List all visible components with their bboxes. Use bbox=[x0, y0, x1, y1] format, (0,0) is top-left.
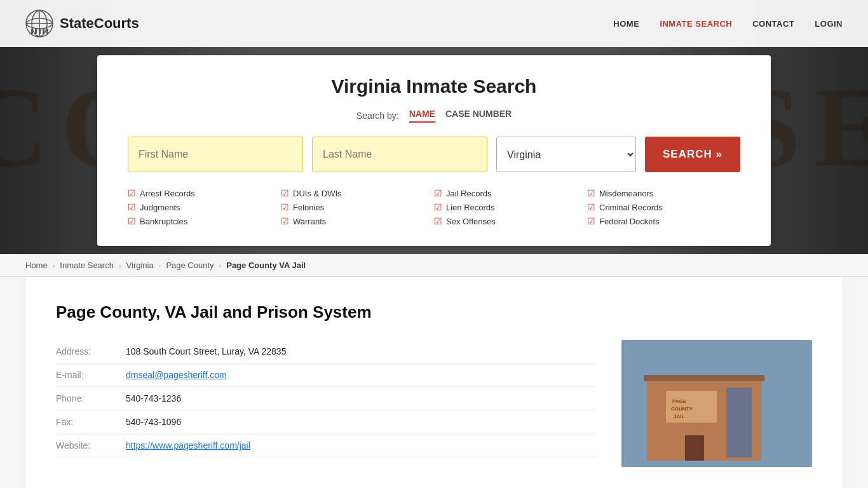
svg-rect-8 bbox=[43, 29, 44, 34]
svg-rect-19 bbox=[644, 375, 764, 381]
check-icon: ☑ bbox=[281, 216, 289, 226]
info-link[interactable]: https://www.pagesheriff.com/jail bbox=[126, 440, 250, 451]
jail-building-svg: PAGE COUNTY JAIL bbox=[621, 340, 812, 467]
feature-item: ☑Bankruptcies bbox=[128, 214, 281, 228]
nav-item-inmate-search[interactable]: INMATE SEARCH bbox=[660, 18, 732, 29]
feature-label: Bankruptcies bbox=[140, 217, 187, 226]
feature-item: ☑Misdemeanors bbox=[587, 186, 740, 200]
feature-item: ☑Sex Offenses bbox=[434, 214, 587, 228]
feature-label: Lien Records bbox=[446, 203, 495, 212]
nav-item-home[interactable]: HOME bbox=[613, 18, 639, 29]
svg-rect-18 bbox=[685, 435, 704, 461]
feature-item: ☑Criminal Records bbox=[587, 200, 740, 214]
nav-link-inmate-search[interactable]: INMATE SEARCH bbox=[660, 19, 732, 29]
breadcrumb: Home›Inmate Search›Virginia›Page County›… bbox=[0, 254, 868, 277]
tab-name[interactable]: NAME bbox=[409, 109, 435, 123]
logo-text: StateCourts bbox=[60, 15, 139, 32]
breadcrumb-separator: › bbox=[53, 262, 55, 269]
feature-item: ☑Lien Records bbox=[434, 200, 587, 214]
nav-link-contact[interactable]: CONTACT bbox=[752, 19, 794, 29]
search-by-row: Search by: NAME CASE NUMBER bbox=[128, 109, 740, 123]
info-label: Address: bbox=[56, 346, 113, 356]
info-label: Phone: bbox=[56, 393, 113, 403]
check-icon: ☑ bbox=[434, 216, 442, 226]
feature-label: DUIs & DWIs bbox=[293, 189, 342, 198]
logo-icon bbox=[25, 10, 53, 37]
search-button[interactable]: SEARCH » bbox=[645, 137, 740, 172]
content-area: Page County, VA Jail and Prison System A… bbox=[0, 277, 868, 488]
features-grid: ☑Arrest Records☑Judgments☑Bankruptcies☑D… bbox=[128, 186, 740, 228]
feature-label: Judgments bbox=[140, 203, 180, 212]
breadcrumb-link[interactable]: Home bbox=[25, 261, 48, 270]
check-icon: ☑ bbox=[434, 202, 442, 212]
nav-item-login[interactable]: LOGIN bbox=[815, 18, 843, 29]
info-row: Phone:540-743-1236 bbox=[56, 387, 596, 410]
svg-text:PAGE: PAGE bbox=[672, 398, 687, 404]
info-link[interactable]: dmseal@pagesheriff.com bbox=[126, 370, 227, 380]
last-name-input[interactable] bbox=[312, 137, 487, 172]
check-icon: ☑ bbox=[587, 216, 595, 226]
feature-item: ☑Federal Dockets bbox=[587, 214, 740, 228]
check-icon: ☑ bbox=[281, 202, 289, 212]
svg-rect-17 bbox=[726, 388, 752, 458]
search-card-title: Virginia Inmate Search bbox=[128, 76, 740, 97]
svg-rect-6 bbox=[35, 29, 37, 34]
check-icon: ☑ bbox=[128, 216, 136, 226]
info-row: E-mail:dmseal@pagesheriff.com bbox=[56, 363, 596, 387]
content-right: PAGE COUNTY JAIL bbox=[621, 340, 812, 467]
nav-link-login[interactable]: LOGIN bbox=[815, 19, 843, 29]
tab-case-number[interactable]: CASE NUMBER bbox=[445, 109, 512, 123]
info-label: Website: bbox=[56, 440, 113, 451]
breadcrumb-link[interactable]: Inmate Search bbox=[60, 261, 114, 270]
feature-item: ☑DUIs & DWIs bbox=[281, 186, 434, 200]
info-label: E-mail: bbox=[56, 370, 113, 380]
feature-label: Warrants bbox=[293, 217, 326, 226]
feature-label: Misdemeanors bbox=[599, 189, 653, 198]
feature-item: ☑Arrest Records bbox=[128, 186, 281, 200]
feature-label: Criminal Records bbox=[599, 203, 663, 212]
feature-item: ☑Warrants bbox=[281, 214, 434, 228]
svg-text:JAIL: JAIL bbox=[674, 414, 684, 419]
check-icon: ☑ bbox=[128, 202, 136, 212]
logo[interactable]: StateCourts bbox=[25, 10, 139, 37]
first-name-input[interactable] bbox=[128, 137, 303, 172]
breadcrumb-separator: › bbox=[119, 262, 121, 269]
svg-text:COUNTY: COUNTY bbox=[671, 406, 693, 412]
feature-label: Arrest Records bbox=[140, 189, 195, 198]
info-value: 540-743-1096 bbox=[126, 417, 181, 427]
nav-item-contact[interactable]: CONTACT bbox=[752, 18, 794, 29]
main-nav: HOME INMATE SEARCH CONTACT LOGIN bbox=[613, 18, 843, 29]
svg-rect-7 bbox=[39, 29, 41, 34]
svg-rect-9 bbox=[46, 29, 48, 34]
info-label: Fax: bbox=[56, 417, 113, 427]
info-row: Website:https://www.pagesheriff.com/jail bbox=[56, 434, 596, 458]
state-select[interactable]: Virginia Alabama Alaska Arizona Californ… bbox=[496, 137, 636, 172]
content-layout: Address:108 South Court Street, Luray, V… bbox=[56, 340, 812, 467]
check-icon: ☑ bbox=[587, 188, 595, 198]
feature-label: Federal Dockets bbox=[599, 217, 660, 226]
breadcrumb-link[interactable]: Page County bbox=[166, 261, 214, 270]
info-value[interactable]: dmseal@pagesheriff.com bbox=[126, 370, 227, 380]
feature-label: Sex Offenses bbox=[446, 217, 496, 226]
content-title: Page County, VA Jail and Prison System bbox=[56, 302, 812, 322]
info-row: Fax:540-743-1096 bbox=[56, 410, 596, 434]
nav-link-home[interactable]: HOME bbox=[613, 19, 639, 29]
info-value[interactable]: https://www.pagesheriff.com/jail bbox=[126, 440, 250, 451]
feature-item: ☑Felonies bbox=[281, 200, 434, 214]
breadcrumb-separator: › bbox=[219, 262, 222, 269]
header: StateCourts HOME INMATE SEARCH CONTACT L… bbox=[0, 0, 868, 47]
check-icon: ☑ bbox=[281, 188, 289, 198]
info-value: 108 South Court Street, Luray, VA 22835 bbox=[126, 346, 286, 356]
breadcrumb-link[interactable]: Virginia bbox=[126, 261, 154, 270]
info-table: Address:108 South Court Street, Luray, V… bbox=[56, 340, 596, 458]
breadcrumb-current: Page County VA Jail bbox=[226, 261, 306, 270]
search-card: Virginia Inmate Search Search by: NAME C… bbox=[97, 55, 771, 246]
content-card: Page County, VA Jail and Prison System A… bbox=[25, 277, 843, 488]
info-value: 540-743-1236 bbox=[126, 393, 181, 403]
feature-item: ☑Judgments bbox=[128, 200, 281, 214]
search-inputs-row: Virginia Alabama Alaska Arizona Californ… bbox=[128, 137, 740, 172]
check-icon: ☑ bbox=[434, 188, 442, 198]
check-icon: ☑ bbox=[128, 188, 136, 198]
feature-item: ☑Jail Records bbox=[434, 186, 587, 200]
nav-list: HOME INMATE SEARCH CONTACT LOGIN bbox=[613, 18, 843, 29]
